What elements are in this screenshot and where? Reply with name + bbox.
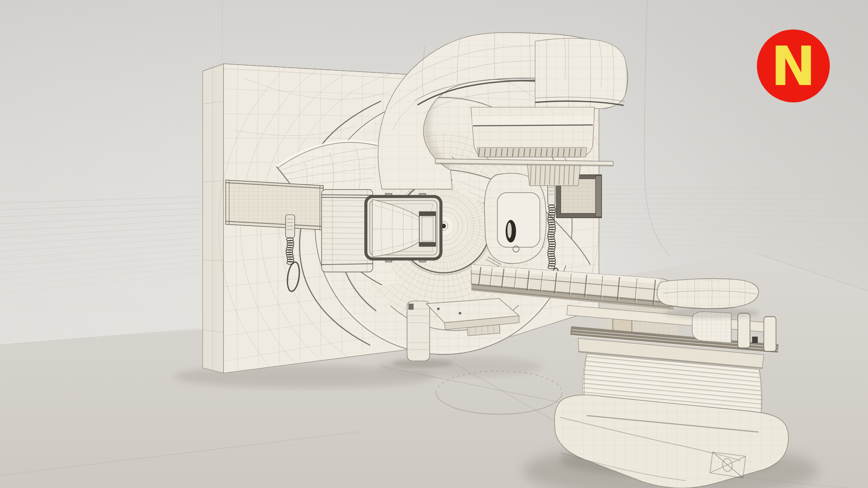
slab-side-face xyxy=(203,64,224,373)
logo-letter: N xyxy=(771,35,816,98)
linac-render-scene: N xyxy=(0,0,868,488)
render-page: N xyxy=(0,0,868,488)
left-rail xyxy=(226,180,323,230)
imaging-arm xyxy=(484,173,546,269)
carriage-post-1 xyxy=(738,313,750,348)
brand-logo: N xyxy=(757,29,830,102)
imaging-pod-panel xyxy=(497,193,540,247)
carriage-post-2 xyxy=(764,317,776,351)
head-slat-band xyxy=(477,147,587,157)
carriage-clamp xyxy=(752,337,758,343)
side-table-column xyxy=(407,301,430,361)
